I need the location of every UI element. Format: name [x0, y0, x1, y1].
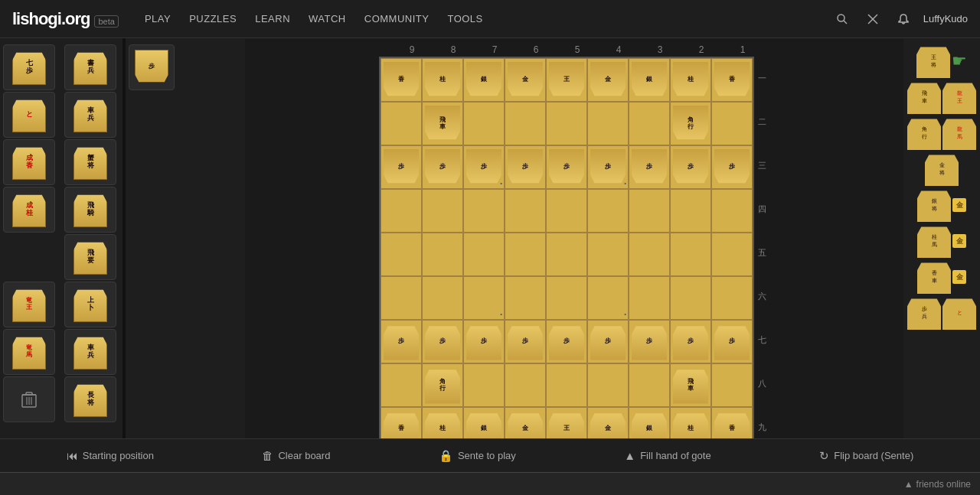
board-cell-1-2[interactable] [463, 102, 505, 145]
board-cell-6-3[interactable]: 歩 [505, 320, 546, 363]
piece-selector-3[interactable]: 成香 [3, 139, 55, 185]
right-piece-bishop-p[interactable]: 龍馬 [942, 116, 976, 150]
piece-6-4[interactable]: 歩 [549, 324, 584, 360]
shogi-board[interactable]: 香桂銀金王金銀桂香飛 車角 行歩歩歩歩歩歩歩歩歩歩歩歩歩歩歩歩歩歩角 行飛 車香… [379, 57, 754, 438]
piece-2-2[interactable]: 歩 [466, 149, 501, 186]
board-cell-3-0[interactable] [381, 189, 422, 233]
board-cell-6-2[interactable]: 歩 [463, 320, 505, 363]
piece-selector-6[interactable]: 竜王 [3, 282, 55, 327]
board-cell-1-5[interactable] [587, 102, 629, 145]
piece-8-2[interactable]: 銀 [466, 411, 501, 439]
board-cell-8-7[interactable]: 桂 [670, 407, 711, 438]
board-cell-2-7[interactable]: 歩 [670, 145, 711, 189]
board-cell-8-3[interactable]: 金 [505, 407, 546, 438]
board-cell-3-4[interactable] [546, 189, 587, 233]
piece-2-7[interactable]: 歩 [673, 149, 708, 186]
piece-6-7[interactable]: 歩 [673, 324, 708, 360]
board-cell-5-3[interactable] [505, 276, 546, 320]
piece-2-1[interactable]: 歩 [425, 149, 460, 186]
board-cell-8-8[interactable]: 香 [711, 407, 753, 438]
piece-2-8[interactable]: 歩 [714, 149, 750, 186]
board-cell-0-3[interactable]: 金 [505, 58, 546, 102]
board-cell-5-4[interactable] [546, 276, 587, 320]
piece-6-5[interactable]: 歩 [590, 324, 626, 360]
board-cell-8-0[interactable]: 香 [381, 407, 422, 438]
piece-6-8[interactable]: 歩 [714, 324, 750, 360]
username[interactable]: LuffyKudo [923, 13, 968, 24]
right-piece-pawn[interactable]: 歩兵 [907, 296, 941, 330]
board-cell-7-7[interactable]: 飛 車 [670, 363, 711, 407]
piece-selector-1[interactable]: 七歩 [3, 44, 55, 90]
board-cell-4-5[interactable] [587, 233, 629, 276]
board-cell-6-7[interactable]: 歩 [670, 320, 711, 363]
piece-sel-b1[interactable]: 書兵 [64, 44, 116, 90]
piece-sel-b5[interactable]: 飛要 [64, 234, 116, 280]
piece-0-2[interactable]: 銀 [466, 62, 501, 99]
piece-2-3[interactable]: 歩 [508, 149, 543, 186]
right-piece-rook-p[interactable]: 龍王 [942, 80, 976, 114]
piece-0-3[interactable]: 金 [508, 62, 543, 99]
piece-2-0[interactable]: 歩 [384, 149, 419, 186]
board-cell-5-5[interactable] [587, 276, 629, 320]
right-piece-king[interactable]: 王将 [916, 44, 950, 78]
sente-to-play-button[interactable]: 🔒 Sente to play [433, 446, 522, 466]
flip-board-button[interactable]: ↻ Flip board (Sente) [813, 446, 920, 466]
nav-community[interactable]: COMMUNITY [357, 8, 437, 29]
board-cell-2-1[interactable]: 歩 [422, 145, 463, 189]
piece-6-3[interactable]: 歩 [508, 324, 543, 360]
right-piece-silver[interactable]: 銀将 [917, 188, 951, 222]
board-cell-7-0[interactable] [381, 363, 422, 407]
right-piece-gold[interactable]: 金将 [925, 152, 959, 186]
board-cell-7-5[interactable] [587, 363, 629, 407]
piece-8-3[interactable]: 金 [508, 411, 543, 439]
piece-selector-2[interactable]: と [3, 92, 55, 138]
piece-6-2[interactable]: 歩 [466, 324, 501, 360]
friends-online-label[interactable]: friends online [916, 479, 971, 490]
fill-hand-button[interactable]: ▲ Fill hand of gote [618, 446, 717, 465]
piece-0-1[interactable]: 桂 [425, 62, 460, 99]
piece-7-7[interactable]: 飛 車 [673, 367, 708, 404]
logo-text[interactable]: lishogi.org [12, 9, 90, 29]
piece-8-7[interactable]: 桂 [673, 411, 708, 439]
board-cell-7-6[interactable] [629, 363, 670, 407]
board-cell-6-4[interactable]: 歩 [546, 320, 587, 363]
piece-0-0[interactable]: 香 [384, 62, 419, 99]
board-cell-2-3[interactable]: 歩 [505, 145, 546, 189]
board-cell-1-1[interactable]: 飛 車 [422, 102, 463, 145]
piece-2-4[interactable]: 歩 [549, 149, 584, 186]
board-cell-6-5[interactable]: 歩 [587, 320, 629, 363]
board-cell-4-4[interactable] [546, 233, 587, 276]
right-piece-rook[interactable]: 飛車 [907, 80, 941, 114]
board-cell-5-7[interactable] [670, 276, 711, 320]
close-icon[interactable] [862, 8, 884, 30]
board-cell-2-5[interactable]: 歩 [587, 145, 629, 189]
board-cell-8-5[interactable]: 金 [587, 407, 629, 438]
board-cell-4-3[interactable] [505, 233, 546, 276]
search-icon[interactable] [831, 8, 853, 30]
piece-0-5[interactable]: 金 [590, 62, 626, 99]
piece-0-6[interactable]: 銀 [632, 62, 667, 99]
piece-sel-b3[interactable]: 蟹将 [64, 139, 116, 185]
board-cell-5-2[interactable] [463, 276, 505, 320]
piece-7-1[interactable]: 角 行 [425, 367, 460, 404]
board-cell-1-6[interactable] [629, 102, 670, 145]
piece-6-6[interactable]: 歩 [632, 324, 667, 360]
nav-tools[interactable]: TOOLS [439, 8, 490, 29]
piece-2-6[interactable]: 歩 [632, 149, 667, 186]
board-cell-0-6[interactable]: 銀 [629, 58, 670, 102]
bell-icon[interactable] [893, 8, 914, 30]
piece-sel-b6[interactable]: 上卜 [64, 282, 116, 327]
board-cell-8-6[interactable]: 銀 [629, 407, 670, 438]
piece-6-0[interactable]: 歩 [384, 324, 419, 360]
piece-8-4[interactable]: 王 [549, 411, 584, 439]
right-piece-lance[interactable]: 香車 [917, 260, 951, 294]
nav-puzzles[interactable]: PUZZLES [181, 8, 244, 29]
board-cell-4-0[interactable] [381, 233, 422, 276]
board-cell-0-1[interactable]: 桂 [422, 58, 463, 102]
board-cell-0-0[interactable]: 香 [381, 58, 422, 102]
piece-6-1[interactable]: 歩 [425, 324, 460, 360]
board-cell-2-0[interactable]: 歩 [381, 145, 422, 189]
piece-1-1[interactable]: 飛 車 [425, 106, 460, 142]
piece-selector-7[interactable]: 竜馬 [3, 329, 55, 375]
right-piece-bishop[interactable]: 角行 [907, 116, 941, 150]
